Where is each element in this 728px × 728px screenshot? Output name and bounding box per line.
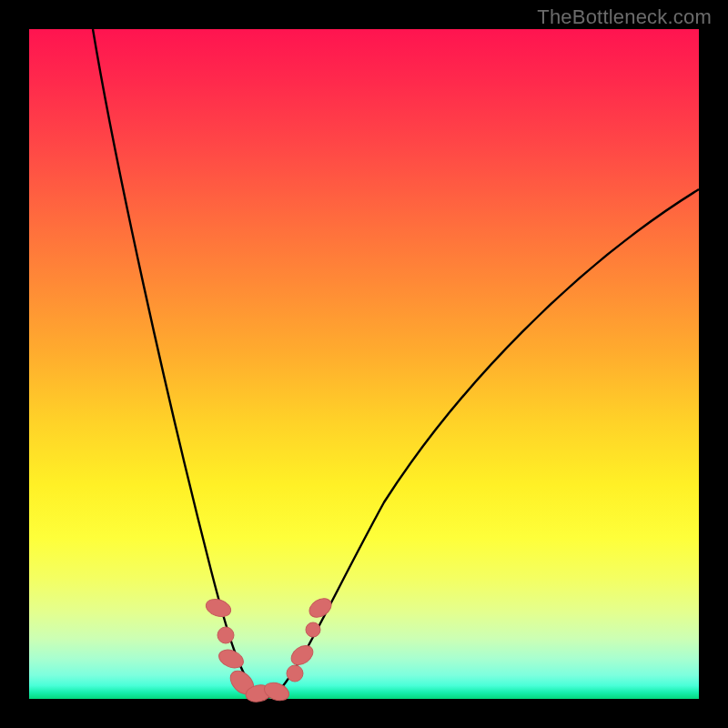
marker [287,665,303,682]
marker [217,627,234,643]
watermark-text: TheBottleneck.com [537,5,712,29]
chart-svg [29,29,699,699]
bottleneck-curve [93,29,699,698]
marker [288,642,317,669]
marker [262,680,291,703]
marker [204,596,233,620]
marker [306,594,335,621]
chart-frame: TheBottleneck.com [0,0,728,728]
marker [306,622,320,637]
curve-markers [204,594,335,703]
